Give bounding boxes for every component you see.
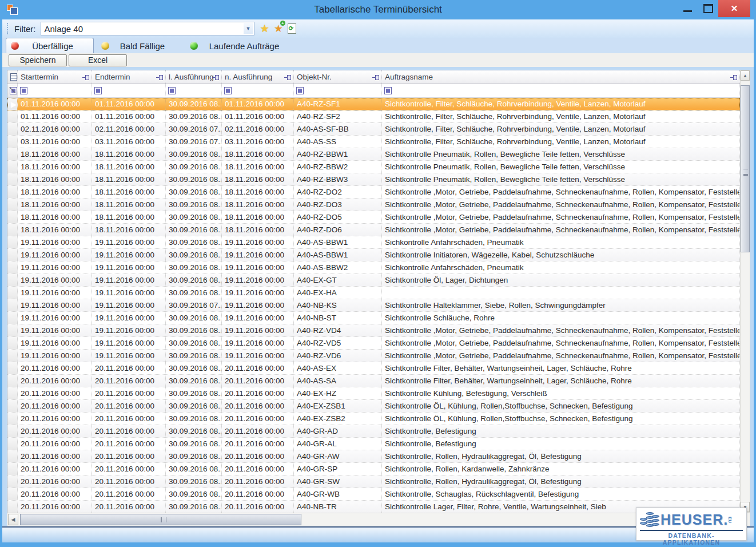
- column-header[interactable]: Objekt-Nr.: [294, 70, 382, 84]
- row-selector[interactable]: [7, 136, 18, 148]
- table-cell[interactable]: 30.09.2016 08...: [166, 110, 222, 122]
- add-favorite-star-icon[interactable]: ★+: [274, 22, 283, 35]
- table-cell[interactable]: A40-AS-EX: [294, 362, 382, 374]
- table-cell[interactable]: 18.11.2016 00:00: [222, 186, 294, 198]
- table-row[interactable]: ▶01.11.2016 00:0001.11.2016 00:0030.09.2…: [7, 98, 740, 110]
- table-cell[interactable]: 19.11.2016 00:00: [92, 236, 166, 248]
- table-row[interactable]: 20.11.2016 00:0020.11.2016 00:0030.09.20…: [7, 375, 740, 387]
- table-cell[interactable]: 18.11.2016 00:00: [222, 224, 294, 236]
- table-row[interactable]: 19.11.2016 00:0019.11.2016 00:0030.09.20…: [7, 249, 740, 261]
- table-cell[interactable]: A40-RZ-DO2: [294, 186, 382, 198]
- table-cell[interactable]: 20.11.2016 00:00: [222, 413, 294, 425]
- minimize-button[interactable]: [677, 0, 698, 17]
- table-cell[interactable]: 20.11.2016 00:00: [222, 400, 294, 412]
- table-cell[interactable]: Sichtkontrolle ,Motor, Getriebe, Paddela…: [382, 224, 740, 236]
- table-cell[interactable]: 18.11.2016 00:00: [18, 161, 92, 173]
- table-cell[interactable]: 30.09.2016 08...: [166, 211, 222, 223]
- filter-checkbox-icon[interactable]: [384, 87, 392, 94]
- table-cell[interactable]: 20.11.2016 00:00: [18, 501, 92, 513]
- table-cell[interactable]: A40-GR-SP: [294, 463, 382, 475]
- table-cell[interactable]: Sichtkontrolle, Befestigung: [382, 425, 740, 437]
- table-cell[interactable]: 30.09.2016 07...: [166, 123, 222, 135]
- table-cell[interactable]: A40-EX-ZSB1: [294, 400, 382, 412]
- table-cell[interactable]: 18.11.2016 00:00: [92, 224, 166, 236]
- chevron-down-icon[interactable]: ▼: [244, 23, 253, 34]
- table-row[interactable]: 20.11.2016 00:0020.11.2016 00:0030.09.20…: [7, 501, 740, 513]
- table-cell[interactable]: A40-GR-WB: [294, 488, 382, 500]
- table-cell[interactable]: 20.11.2016 00:00: [92, 475, 166, 487]
- table-cell[interactable]: 19.11.2016 00:00: [18, 274, 92, 286]
- table-row[interactable]: 01.11.2016 00:0001.11.2016 00:0030.09.20…: [7, 110, 740, 123]
- table-row[interactable]: 20.11.2016 00:0020.11.2016 00:0030.09.20…: [7, 362, 740, 375]
- table-cell[interactable]: 02.11.2016 00:00: [92, 123, 166, 135]
- table-cell[interactable]: A40-GR-AW: [294, 450, 382, 462]
- table-row[interactable]: 20.11.2016 00:0020.11.2016 00:0030.09.20…: [7, 438, 740, 450]
- filter-cell[interactable]: [382, 84, 740, 97]
- filter-checkbox-icon[interactable]: [168, 87, 176, 94]
- table-cell[interactable]: 30.09.2016 07...: [166, 136, 222, 148]
- table-cell[interactable]: 19.11.2016 00:00: [92, 312, 166, 324]
- table-cell[interactable]: 30.09.2016 08...: [166, 324, 222, 336]
- table-cell[interactable]: A40-EX-HA: [294, 287, 382, 299]
- table-cell[interactable]: 01.11.2016 00:00: [18, 110, 92, 122]
- row-selector[interactable]: [7, 324, 18, 336]
- table-cell[interactable]: A40-AS-SA: [294, 375, 382, 387]
- table-cell[interactable]: 20.11.2016 00:00: [222, 463, 294, 475]
- table-cell[interactable]: 30.09.2016 08...: [166, 413, 222, 425]
- table-cell[interactable]: 02.11.2016 00:00: [18, 123, 92, 135]
- refresh-document-icon[interactable]: ⟳: [288, 23, 296, 34]
- table-cell[interactable]: 30.09.2016 08...: [166, 375, 222, 387]
- table-cell[interactable]: 19.11.2016 00:00: [18, 324, 92, 336]
- table-cell[interactable]: 18.11.2016 00:00: [222, 199, 294, 211]
- table-cell[interactable]: 19.11.2016 00:00: [18, 350, 92, 362]
- table-cell[interactable]: A40-NB-TR: [294, 501, 382, 513]
- table-cell[interactable]: A40-RZ-SF2: [294, 110, 382, 122]
- table-cell[interactable]: A40-NB-KS: [294, 299, 382, 311]
- table-row[interactable]: 18.11.2016 00:0018.11.2016 00:0030.09.20…: [7, 224, 740, 236]
- table-cell[interactable]: Sichtkontrolle, Filter, Schläuche, Rohrv…: [382, 110, 740, 122]
- column-header[interactable]: Starttermin: [18, 70, 92, 84]
- table-row[interactable]: 03.11.2016 00:0003.11.2016 00:0030.09.20…: [7, 136, 740, 148]
- table-cell[interactable]: 19.11.2016 00:00: [222, 350, 294, 362]
- table-cell[interactable]: Sichtkontrolle Initiatoren, Wägezelle, K…: [382, 249, 740, 261]
- filter-cell[interactable]: [294, 84, 382, 97]
- table-cell[interactable]: 18.11.2016 00:00: [92, 161, 166, 173]
- table-cell[interactable]: 30.09.2016 08...: [166, 450, 222, 462]
- table-cell[interactable]: 20.11.2016 00:00: [222, 425, 294, 437]
- table-cell[interactable]: A40-AS-BBW1: [294, 236, 382, 248]
- table-cell[interactable]: 03.11.2016 00:00: [222, 136, 294, 148]
- vertical-scrollbar[interactable]: ▲ ▼: [740, 70, 750, 513]
- table-cell[interactable]: 19.11.2016 00:00: [92, 299, 166, 311]
- table-cell[interactable]: Sichtkontrolle ÖL, Kühlung, Rollen,Stoff…: [382, 413, 740, 425]
- column-header[interactable]: n. Ausführung: [222, 70, 294, 84]
- table-cell[interactable]: 19.11.2016 00:00: [92, 324, 166, 336]
- table-cell[interactable]: 20.11.2016 00:00: [222, 501, 294, 513]
- filter-checkbox-icon[interactable]: [224, 87, 232, 94]
- close-button[interactable]: ✕: [718, 0, 750, 17]
- table-row[interactable]: 20.11.2016 00:0020.11.2016 00:0030.09.20…: [7, 387, 740, 400]
- table-cell[interactable]: 20.11.2016 00:00: [18, 375, 92, 387]
- table-cell[interactable]: 02.11.2016 00:00: [222, 123, 294, 135]
- table-cell[interactable]: 20.11.2016 00:00: [222, 488, 294, 500]
- pin-icon[interactable]: [284, 75, 291, 80]
- table-cell[interactable]: A40-RZ-SF1: [294, 98, 382, 110]
- table-cell[interactable]: 20.11.2016 00:00: [92, 413, 166, 425]
- row-selector[interactable]: [7, 475, 18, 487]
- table-cell[interactable]: 18.11.2016 00:00: [92, 199, 166, 211]
- table-cell[interactable]: 19.11.2016 00:00: [222, 312, 294, 324]
- select-all-corner[interactable]: [7, 70, 18, 84]
- table-row[interactable]: 20.11.2016 00:0020.11.2016 00:0030.09.20…: [7, 450, 740, 463]
- row-selector[interactable]: [7, 387, 18, 399]
- table-cell[interactable]: 20.11.2016 00:00: [222, 387, 294, 399]
- scroll-left-button[interactable]: ◀: [8, 514, 18, 525]
- table-cell[interactable]: 30.09.2016 08...: [166, 199, 222, 211]
- table-cell[interactable]: A40-AS-BBW1: [294, 249, 382, 261]
- table-row[interactable]: 20.11.2016 00:0020.11.2016 00:0030.09.20…: [7, 475, 740, 488]
- table-cell[interactable]: A40-EX-HZ: [294, 387, 382, 399]
- table-cell[interactable]: 19.11.2016 00:00: [222, 337, 294, 349]
- table-cell[interactable]: 18.11.2016 00:00: [222, 173, 294, 185]
- table-cell[interactable]: 03.11.2016 00:00: [18, 136, 92, 148]
- table-cell[interactable]: A40-GR-AL: [294, 438, 382, 450]
- row-selector[interactable]: [7, 438, 18, 450]
- table-row[interactable]: 20.11.2016 00:0020.11.2016 00:0030.09.20…: [7, 425, 740, 438]
